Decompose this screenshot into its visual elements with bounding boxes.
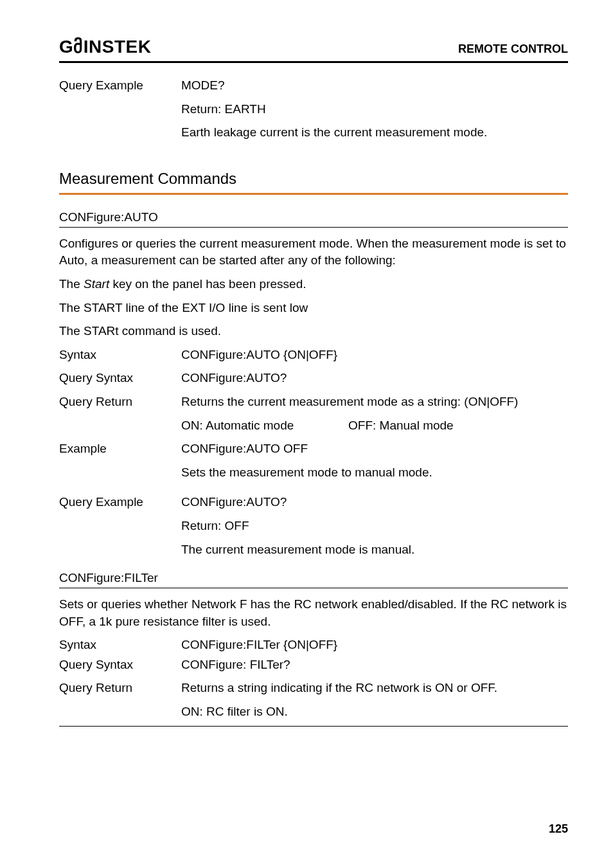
on-off-row: ON: Automatic mode OFF: Manual mode [181, 417, 568, 435]
value: CONFigure:FILTer {ON|OFF} [181, 637, 568, 654]
query-syntax-row: Query Syntax CONFigure: FILTer? [59, 656, 568, 674]
description-line: The STARt command is used. [59, 323, 568, 340]
label: Query Return [59, 393, 181, 434]
value: Returns a string indicating if the RC ne… [181, 680, 568, 720]
text: CONFigure:AUTO OFF [181, 440, 568, 458]
page-header: GმINSTEK REMOTE CONTROL [59, 36, 568, 63]
value: CONFigure:AUTO {ON|OFF} [181, 347, 568, 364]
text: ON: RC filter is ON. [181, 703, 568, 721]
query-example-top: Query Example MODE? Return: EARTH Earth … [59, 77, 568, 148]
description-line: The Start key on the panel has been pres… [59, 276, 568, 293]
command-heading: CONFigure:AUTO [59, 210, 568, 228]
label: Query Syntax [59, 370, 181, 387]
query-return-row: Query Return Returns a string indicating… [59, 680, 568, 726]
text: CONFigure:AUTO? [181, 494, 568, 511]
page-number: 125 [549, 822, 568, 836]
text-italic: Start [84, 277, 109, 291]
value: CONFigure:AUTO OFF Sets the measurement … [181, 440, 568, 487]
label: Syntax [59, 347, 181, 364]
syntax-row: Syntax CONFigure:AUTO {ON|OFF} [59, 347, 568, 364]
section-rule [59, 193, 568, 195]
label: Query Return [59, 680, 181, 720]
description: Configures or queries the current measur… [59, 235, 568, 269]
value: CONFigure:AUTO? Return: OFF The current … [181, 494, 568, 565]
label: Query Example [59, 77, 181, 148]
value: CONFigure:AUTO? [181, 370, 568, 387]
value: Returns the current measurement mode as … [181, 393, 568, 434]
query-return-row: Query Return Returns the current measure… [59, 393, 568, 434]
text: The current measurement mode is manual. [181, 541, 568, 559]
label: Example [59, 440, 181, 487]
label: Query Syntax [59, 656, 181, 674]
label: Query Example [59, 494, 181, 565]
text: Return: EARTH [181, 101, 568, 118]
text: Sets the measurement mode to manual mode… [181, 464, 568, 482]
off-value: OFF: Manual mode [348, 417, 454, 435]
on-value: ON: Automatic mode [181, 417, 348, 435]
text: Returns a string indicating if the RC ne… [181, 680, 568, 697]
syntax-row: Syntax CONFigure:FILTer {ON|OFF} [59, 637, 568, 654]
example-row: Example CONFigure:AUTO OFF Sets the meas… [59, 440, 568, 487]
text: Returns the current measurement mode as … [181, 393, 568, 411]
brand-logo: GმINSTEK [59, 36, 151, 57]
text: MODE? [181, 77, 568, 95]
text: Return: OFF [181, 518, 568, 535]
query-syntax-row: Query Syntax CONFigure:AUTO? [59, 370, 568, 387]
label: Syntax [59, 637, 181, 654]
text: key on the panel has been pressed. [109, 277, 306, 291]
section-heading: Measurement Commands [59, 170, 568, 188]
value: MODE? Return: EARTH Earth leakage curren… [181, 77, 568, 148]
description-line: The START line of the EXT I/O line is se… [59, 300, 568, 317]
query-example-row: Query Example CONFigure:AUTO? Return: OF… [59, 494, 568, 565]
command-heading: CONFigure:FILTer [59, 571, 568, 588]
description: Sets or queries whether Network F has th… [59, 596, 568, 630]
text: Earth leakage current is the current mea… [181, 124, 568, 141]
value: CONFigure: FILTer? [181, 656, 568, 674]
header-title: REMOTE CONTROL [458, 42, 568, 56]
text: The [59, 277, 84, 291]
